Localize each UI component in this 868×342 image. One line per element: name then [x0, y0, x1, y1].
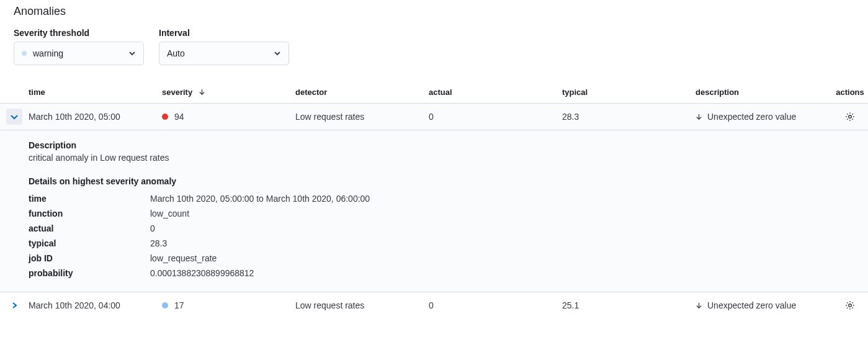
- details-field-row: job IDlow_request_rate: [29, 251, 854, 266]
- details-field-key: actual: [29, 223, 150, 233]
- details-description-heading: Description: [29, 140, 854, 150]
- details-highest-heading: Details on highest severity anomaly: [29, 176, 854, 186]
- severity-threshold-group: Severity threshold warning: [14, 28, 144, 65]
- table-row: March 10th 2020, 04:00 17 Low request ra…: [0, 292, 868, 318]
- severity-critical-icon: [162, 114, 168, 120]
- table-row: March 10th 2020, 05:00 94 Low request ra…: [0, 104, 868, 130]
- severity-threshold-label: Severity threshold: [14, 28, 144, 38]
- cell-severity: 17: [162, 300, 295, 310]
- details-field-value: March 10th 2020, 05:00:00 to March 10th …: [150, 194, 370, 204]
- expand-toggle-button[interactable]: [6, 109, 22, 125]
- interval-value: Auto: [167, 48, 185, 58]
- details-field-row: timeMarch 10th 2020, 05:00:00 to March 1…: [29, 191, 854, 206]
- cell-severity: 94: [162, 112, 295, 122]
- column-header-typical[interactable]: typical: [562, 88, 696, 97]
- column-header-actual[interactable]: actual: [429, 88, 562, 97]
- row-actions-button[interactable]: [842, 297, 858, 313]
- page-title: Anomalies: [0, 5, 868, 18]
- chevron-right-icon: [11, 302, 18, 309]
- sort-descending-icon: [199, 89, 205, 96]
- details-field-key: job ID: [29, 253, 150, 263]
- details-field-value: low_request_rate: [150, 253, 217, 263]
- details-field-row: typical28.3: [29, 236, 854, 251]
- cell-severity-value: 94: [174, 112, 184, 122]
- table-header-row: time severity detector actual typical de…: [0, 83, 868, 104]
- cell-detector: Low request rates: [295, 112, 429, 122]
- chevron-down-icon: [128, 50, 136, 57]
- column-header-time[interactable]: time: [29, 88, 162, 97]
- cell-actual: 0: [429, 112, 562, 122]
- cell-description-text: Unexpected zero value: [707, 112, 796, 122]
- cell-detector: Low request rates: [295, 300, 429, 310]
- details-field-key: typical: [29, 238, 150, 248]
- severity-dot-icon: [22, 51, 27, 56]
- cell-description: Unexpected zero value: [696, 112, 832, 122]
- details-field-key: time: [29, 194, 150, 204]
- cell-description: Unexpected zero value: [696, 300, 832, 310]
- cell-description-text: Unexpected zero value: [707, 300, 796, 310]
- column-header-actions: actions: [832, 88, 868, 97]
- interval-label: Interval: [159, 28, 289, 38]
- cell-time: March 10th 2020, 05:00: [29, 112, 162, 122]
- row-actions-button[interactable]: [842, 109, 858, 125]
- column-header-severity[interactable]: severity: [162, 88, 295, 97]
- details-field-key: probability: [29, 268, 150, 278]
- svg-point-4: [849, 304, 852, 307]
- details-field-value: 0.00013882308899968812: [150, 268, 254, 278]
- severity-threshold-select[interactable]: warning: [14, 42, 144, 65]
- interval-select[interactable]: Auto: [159, 42, 289, 65]
- svg-point-2: [849, 115, 852, 119]
- interval-group: Interval Auto: [159, 28, 289, 65]
- details-description-text: critical anomaly in Low request rates: [29, 153, 854, 163]
- severity-threshold-value: warning: [33, 48, 63, 58]
- cell-typical: 25.1: [562, 300, 696, 310]
- details-field-row: actual0: [29, 221, 854, 236]
- column-header-detector[interactable]: detector: [295, 88, 429, 97]
- column-header-severity-label: severity: [162, 88, 192, 97]
- cell-time: March 10th 2020, 04:00: [29, 300, 162, 310]
- chevron-down-icon: [10, 112, 19, 121]
- details-field-row: functionlow_count: [29, 206, 854, 221]
- cell-typical: 28.3: [562, 112, 696, 122]
- cell-actual: 0: [429, 300, 562, 310]
- column-header-description[interactable]: description: [696, 88, 832, 97]
- details-field-value: 28.3: [150, 238, 167, 248]
- gear-icon: [845, 300, 855, 310]
- details-field-value: low_count: [150, 209, 189, 218]
- details-field-row: probability0.00013882308899968812: [29, 266, 854, 281]
- arrow-down-icon: [696, 302, 702, 309]
- gear-icon: [845, 112, 855, 122]
- filter-bar: Severity threshold warning Interval Auto: [0, 28, 868, 65]
- details-field-key: function: [29, 209, 150, 218]
- details-field-value: 0: [150, 223, 155, 233]
- row-details-panel: Description critical anomaly in Low requ…: [0, 130, 868, 292]
- severity-warning-icon: [162, 302, 168, 308]
- chevron-down-icon: [274, 50, 281, 57]
- expand-toggle-button[interactable]: [6, 297, 22, 313]
- cell-severity-value: 17: [174, 300, 184, 310]
- arrow-down-icon: [696, 114, 702, 120]
